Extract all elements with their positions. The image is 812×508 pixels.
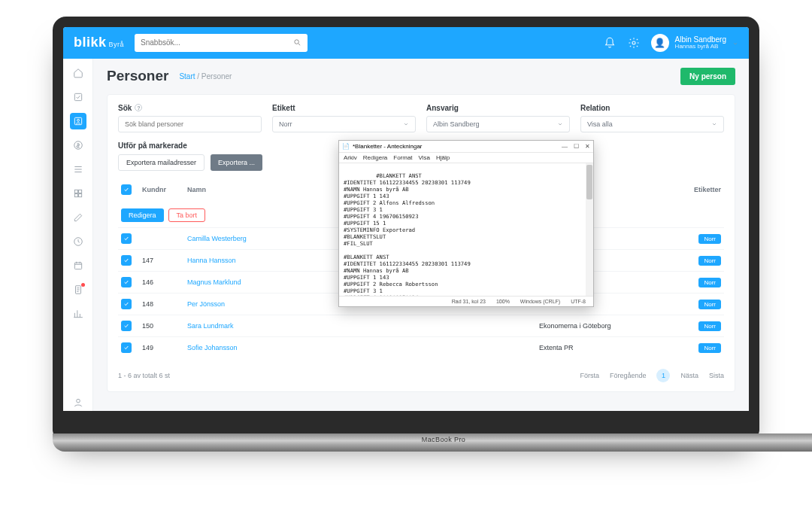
- row-company: Ekonomerna i Göteborg: [536, 315, 656, 336]
- notepad-window[interactable]: 📄 *Blanketter - Anteckningar — ☐ ✕ Arkiv…: [338, 140, 594, 307]
- chevron-down-icon: [732, 40, 738, 46]
- notepad-menu-item[interactable]: Format: [393, 154, 412, 161]
- row-checkbox[interactable]: [121, 255, 132, 266]
- svg-point-1: [632, 41, 635, 44]
- topbar: blikkByrå 👤 Albin Sandberg Hannas byrå A…: [63, 27, 749, 59]
- row-name-link[interactable]: Per Jönsson: [187, 300, 225, 308]
- filter-ansvarig-label: Ansvarig: [426, 104, 570, 112]
- filter-search-field[interactable]: [125, 120, 255, 128]
- row-name-link[interactable]: Sara Lundmark: [187, 322, 234, 330]
- avatar: 👤: [651, 34, 669, 52]
- row-checkbox[interactable]: [121, 321, 132, 331]
- row-tag: Norr: [698, 321, 721, 331]
- svg-point-0: [295, 39, 299, 43]
- sidebar-person-icon[interactable]: [70, 113, 86, 129]
- new-person-button[interactable]: Ny person: [680, 68, 735, 85]
- svg-rect-9: [78, 193, 81, 196]
- row-checkbox[interactable]: [121, 277, 132, 287]
- minimize-icon[interactable]: —: [562, 143, 568, 150]
- table-row[interactable]: 149Sofie JohanssonExtenta PRNorr: [118, 336, 724, 358]
- row-kundnr: 149: [139, 336, 184, 358]
- row-name-link[interactable]: Camilla Westerberg: [187, 235, 247, 242]
- crumb-root[interactable]: Start: [179, 72, 195, 81]
- svg-rect-2: [74, 93, 81, 100]
- pager-first[interactable]: Första: [580, 372, 599, 379]
- user-menu[interactable]: 👤 Albin Sandberg Hannas byrå AB: [651, 34, 738, 52]
- logo-text: blikk: [74, 35, 107, 50]
- row-name-link[interactable]: Hanna Hansson: [187, 257, 236, 264]
- filter-etikett-select[interactable]: Norr: [272, 116, 416, 132]
- sidebar-profile-icon[interactable]: [70, 394, 86, 411]
- help-icon[interactable]: ?: [135, 104, 142, 111]
- search-icon: [293, 36, 301, 50]
- row-checkbox[interactable]: [121, 233, 132, 244]
- status-eol: Windows (CRLF): [520, 299, 560, 304]
- row-company: Extenta PR: [536, 336, 656, 358]
- chevron-down-icon: [557, 121, 563, 127]
- notepad-menu-item[interactable]: Arkiv: [344, 154, 357, 161]
- row-checkbox[interactable]: [121, 342, 132, 353]
- row-name-link[interactable]: Sofie Johansson: [187, 344, 238, 351]
- laptop-hinge: MacBook Pro: [53, 433, 812, 452]
- pager-summary: 1 - 6 av totalt 6 st: [118, 372, 170, 379]
- export-mail-button[interactable]: Exportera mailadresser: [118, 154, 205, 171]
- sidebar-clock-icon[interactable]: [70, 233, 86, 250]
- sidebar-dollar-icon[interactable]: [70, 137, 86, 154]
- notepad-menu: ArkivRedigeraFormatVisaHjälp: [339, 153, 593, 163]
- row-tag: Norr: [698, 343, 721, 353]
- edit-button[interactable]: Redigera: [121, 208, 164, 222]
- notepad-content[interactable]: #BLANKETT ANST #IDENTITET 161122334455 2…: [344, 172, 471, 296]
- sidebar-edit-icon[interactable]: [70, 209, 86, 226]
- pager-next[interactable]: Nästa: [680, 372, 698, 379]
- close-icon[interactable]: ✕: [585, 143, 590, 150]
- maximize-icon[interactable]: ☐: [574, 143, 579, 150]
- global-search-input[interactable]: [141, 38, 293, 47]
- filter-relation-value: Visa alla: [587, 120, 613, 128]
- sidebar-check-icon[interactable]: [70, 89, 86, 105]
- pager-last[interactable]: Sista: [709, 372, 724, 379]
- select-all-checkbox[interactable]: [121, 184, 132, 195]
- chevron-down-icon: [711, 121, 717, 127]
- row-checkbox[interactable]: [121, 299, 132, 309]
- row-name-link[interactable]: Magnus Marklund: [187, 278, 241, 286]
- col-etiketter[interactable]: Etiketter: [656, 180, 724, 199]
- notepad-body[interactable]: #BLANKETT ANST #IDENTITET 161122334455 2…: [339, 163, 593, 296]
- sidebar-grid-icon[interactable]: [70, 185, 86, 202]
- row-tag: Norr: [698, 300, 721, 309]
- row-kundnr: 146: [139, 271, 184, 293]
- notepad-scrollbar[interactable]: [586, 163, 593, 296]
- logo: blikkByrå: [74, 35, 124, 50]
- gear-icon[interactable]: [627, 36, 641, 50]
- filter-search-input[interactable]: [118, 116, 262, 132]
- notepad-menu-item[interactable]: Hjälp: [436, 154, 450, 161]
- notepad-menu-item[interactable]: Visa: [419, 154, 430, 161]
- row-tag: Norr: [698, 256, 721, 266]
- table-row[interactable]: 150Sara LundmarkEkonomerna i GöteborgNor…: [118, 315, 724, 336]
- remove-button[interactable]: Ta bort: [168, 208, 206, 222]
- svg-rect-6: [74, 190, 77, 193]
- export-other-button[interactable]: Exportera ...: [211, 154, 262, 171]
- col-kundnr[interactable]: Kundnr: [139, 180, 184, 199]
- bell-icon[interactable]: [603, 36, 617, 50]
- svg-point-4: [77, 119, 79, 121]
- filter-ansvarig-select[interactable]: Albin Sandberg: [426, 116, 570, 132]
- filter-search-label: Sök: [118, 104, 132, 112]
- row-kundnr: 150: [139, 315, 184, 336]
- pager-page[interactable]: 1: [656, 369, 670, 382]
- sidebar-home-icon[interactable]: [70, 65, 86, 81]
- sidebar-doc-icon[interactable]: [70, 281, 86, 298]
- notepad-scroll-thumb[interactable]: [586, 165, 592, 199]
- sidebar-list-icon[interactable]: [70, 161, 86, 178]
- notepad-menu-item[interactable]: Redigera: [363, 154, 387, 161]
- breadcrumb: Start / Personer: [179, 72, 232, 81]
- pager-prev[interactable]: Föregående: [610, 372, 647, 379]
- row-tag: Norr: [698, 234, 721, 244]
- status-enc: UTF-8: [571, 299, 586, 304]
- sidebar: [63, 59, 93, 411]
- sidebar-calendar-icon[interactable]: [70, 257, 86, 274]
- filter-etikett-value: Norr: [279, 120, 292, 128]
- global-search[interactable]: [135, 34, 308, 52]
- sidebar-chart-icon[interactable]: [70, 306, 86, 322]
- filter-relation-select[interactable]: Visa alla: [580, 116, 724, 132]
- row-kundnr: 147: [139, 249, 184, 271]
